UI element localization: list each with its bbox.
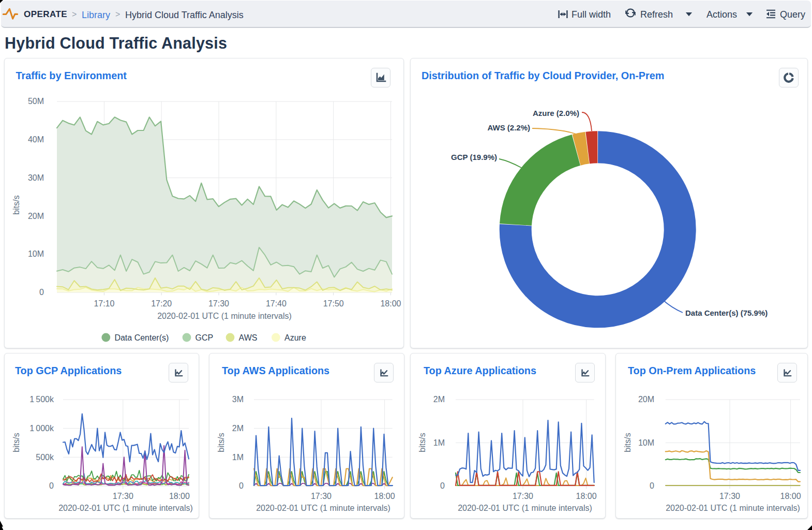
svg-text:18:00: 18:00 (169, 492, 190, 500)
svg-text:Data Center(s): Data Center(s) (114, 333, 169, 342)
svg-text:18:00: 18:00 (374, 492, 395, 500)
svg-text:17:30: 17:30 (719, 492, 740, 500)
svg-text:GCP: GCP (196, 333, 214, 342)
svg-text:18:00: 18:00 (380, 299, 401, 308)
svg-text:17:30: 17:30 (113, 492, 133, 500)
svg-text:2020-02-01 UTC (1 minute inter: 2020-02-01 UTC (1 minute intervals) (458, 504, 592, 512)
svg-text:AWS (2.2%): AWS (2.2%) (487, 123, 530, 132)
svg-text:50M: 50M (28, 97, 44, 106)
svg-text:17:30: 17:30 (311, 492, 332, 500)
svg-text:0: 0 (39, 288, 44, 297)
svg-text:10M: 10M (638, 438, 654, 447)
svg-text:1 500k: 1 500k (29, 395, 54, 404)
svg-text:bits/s: bits/s (12, 195, 21, 214)
svg-text:GCP (19.9%): GCP (19.9%) (451, 153, 497, 161)
svg-text:2020-02-01 UTC (1 minute inter: 2020-02-01 UTC (1 minute intervals) (58, 504, 193, 512)
svg-text:17:30: 17:30 (208, 299, 229, 308)
svg-text:17:30: 17:30 (513, 492, 533, 500)
svg-text:2020-02-01 UTC (1 minute inter: 2020-02-01 UTC (1 minute intervals) (666, 504, 800, 512)
svg-text:bits/s: bits/s (623, 433, 632, 452)
svg-text:17:10: 17:10 (94, 299, 114, 308)
svg-text:1M: 1M (433, 438, 445, 447)
svg-text:18:00: 18:00 (576, 492, 597, 500)
svg-text:2M: 2M (232, 424, 244, 433)
svg-text:2020-02-01 UTC (1 minute inter: 2020-02-01 UTC (1 minute intervals) (256, 504, 390, 512)
svg-text:20M: 20M (638, 395, 654, 404)
svg-text:17:40: 17:40 (266, 299, 287, 308)
svg-text:0: 0 (49, 481, 54, 490)
svg-text:1 000k: 1 000k (29, 424, 54, 433)
svg-text:bits/s: bits/s (418, 433, 427, 452)
svg-text:17:20: 17:20 (151, 299, 172, 308)
svg-text:bits/s: bits/s (217, 433, 225, 452)
svg-text:18:00: 18:00 (780, 492, 801, 500)
svg-text:Azure (2.0%): Azure (2.0%) (533, 109, 579, 117)
svg-text:500k: 500k (36, 453, 54, 462)
svg-text:bits/s: bits/s (12, 433, 21, 452)
svg-text:2020-02-01 UTC (1 minute inter: 2020-02-01 UTC (1 minute intervals) (157, 312, 292, 320)
svg-text:Azure: Azure (284, 333, 306, 342)
svg-text:0: 0 (440, 481, 445, 490)
svg-text:10M: 10M (28, 249, 44, 258)
svg-text:40M: 40M (28, 135, 44, 144)
svg-text:Data Center(s) (75.9%): Data Center(s) (75.9%) (685, 308, 768, 317)
svg-text:3M: 3M (232, 395, 244, 404)
svg-text:20M: 20M (28, 212, 44, 220)
svg-text:0: 0 (239, 481, 244, 490)
svg-text:17:50: 17:50 (323, 299, 344, 308)
svg-text:2M: 2M (433, 395, 445, 404)
svg-text:AWS: AWS (239, 333, 258, 342)
svg-text:1M: 1M (232, 453, 244, 462)
svg-text:0: 0 (650, 481, 654, 490)
svg-text:30M: 30M (28, 173, 44, 182)
